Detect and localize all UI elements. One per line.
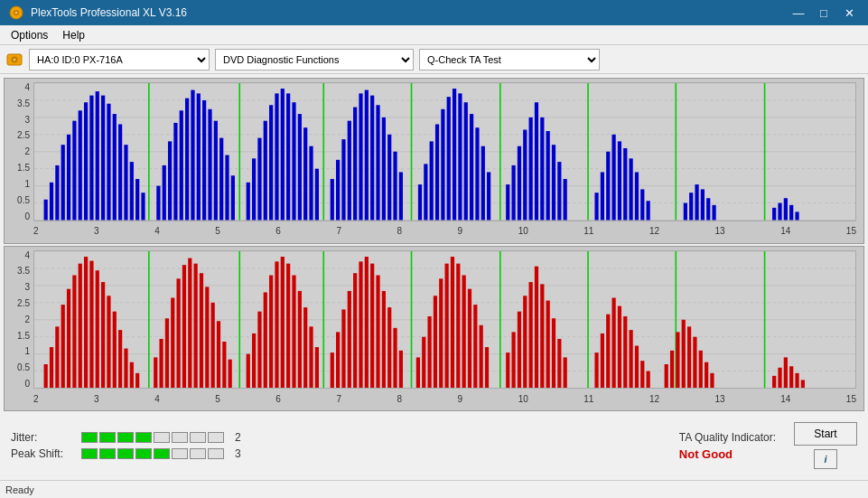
peak-shift-meter	[81, 448, 224, 459]
svg-rect-155	[113, 311, 117, 388]
close-button[interactable]: ✕	[837, 4, 861, 22]
svg-rect-240	[699, 350, 703, 388]
jitter-label: Jitter:	[11, 431, 74, 444]
svg-rect-47	[191, 90, 194, 221]
svg-rect-88	[458, 93, 462, 220]
svg-rect-189	[341, 309, 345, 388]
svg-rect-38	[130, 162, 134, 220]
app-icon	[7, 4, 25, 22]
peak-seg-1	[81, 448, 98, 459]
svg-rect-195	[376, 275, 379, 388]
svg-rect-150	[84, 257, 88, 388]
svg-rect-148	[72, 275, 76, 388]
peak-seg-7	[190, 448, 206, 459]
svg-rect-37	[124, 145, 127, 220]
function-dropdown[interactable]: DVD Diagnostic Functions	[215, 49, 414, 70]
svg-rect-232	[640, 361, 644, 388]
svg-rect-33	[101, 96, 105, 221]
svg-rect-185	[309, 326, 313, 388]
svg-rect-208	[462, 275, 466, 388]
svg-rect-158	[130, 362, 134, 388]
peak-shift-value: 3	[235, 447, 241, 460]
svg-rect-209	[468, 288, 471, 388]
svg-rect-146	[61, 305, 65, 388]
minimize-button[interactable]: —	[787, 4, 810, 22]
svg-rect-36	[118, 124, 122, 220]
svg-rect-177	[264, 292, 267, 388]
svg-rect-211	[480, 324, 483, 388]
svg-rect-226	[606, 314, 610, 388]
svg-rect-236	[676, 332, 679, 388]
svg-rect-77	[382, 117, 386, 221]
svg-rect-86	[447, 97, 451, 220]
svg-rect-152	[96, 270, 99, 388]
svg-rect-149	[79, 263, 82, 388]
svg-rect-125	[795, 211, 798, 220]
svg-rect-241	[705, 362, 708, 388]
svg-rect-207	[456, 263, 460, 388]
svg-rect-222	[557, 338, 561, 388]
start-button[interactable]: Start	[794, 422, 857, 446]
menu-help[interactable]: Help	[55, 27, 92, 43]
svg-rect-124	[789, 205, 793, 221]
jitter-seg-8	[208, 432, 224, 443]
svg-rect-71	[348, 121, 351, 221]
svg-rect-154	[107, 296, 110, 388]
svg-rect-167	[194, 263, 198, 388]
svg-rect-218	[535, 266, 538, 388]
svg-rect-210	[473, 305, 477, 388]
bottom-chart-y-axis: 4 3.5 3 2.5 2 1.5 1 0.5 0	[6, 250, 32, 390]
menu-options[interactable]: Options	[4, 27, 55, 43]
svg-rect-72	[353, 108, 357, 221]
svg-rect-42	[163, 165, 166, 221]
svg-rect-228	[618, 305, 621, 388]
svg-rect-175	[252, 333, 256, 388]
svg-rect-74	[365, 90, 369, 221]
top-chart	[33, 82, 856, 221]
svg-rect-52	[219, 138, 223, 221]
svg-rect-176	[257, 311, 261, 388]
ta-quality-label: TA Quality Indicator:	[679, 431, 776, 444]
svg-rect-53	[225, 155, 229, 221]
svg-rect-31	[89, 96, 93, 221]
svg-rect-145	[55, 326, 59, 388]
status-text: Ready	[5, 484, 34, 495]
svg-rect-35	[113, 114, 117, 220]
svg-rect-186	[315, 347, 319, 388]
svg-rect-237	[682, 319, 686, 388]
svg-rect-79	[393, 152, 397, 221]
svg-rect-82	[424, 164, 427, 220]
svg-rect-76	[376, 105, 379, 220]
svg-rect-118	[701, 189, 705, 220]
maximize-button[interactable]: □	[812, 4, 835, 22]
svg-rect-111	[629, 158, 632, 220]
svg-rect-193	[365, 257, 369, 388]
svg-rect-234	[665, 363, 668, 388]
jitter-seg-1	[81, 432, 98, 443]
status-bar: Ready	[0, 480, 868, 498]
jitter-meter	[81, 432, 224, 443]
svg-rect-144	[50, 347, 53, 388]
jitter-seg-6	[172, 432, 188, 443]
peak-seg-5	[154, 448, 170, 459]
svg-rect-162	[165, 318, 169, 388]
svg-rect-196	[382, 290, 386, 388]
svg-rect-121	[772, 208, 776, 221]
svg-rect-242	[710, 372, 714, 388]
svg-rect-181	[286, 263, 290, 388]
svg-rect-172	[222, 341, 226, 388]
drive-dropdown[interactable]: HA:0 ID:0 PX-716A	[29, 49, 210, 70]
svg-rect-46	[185, 99, 189, 221]
info-button[interactable]: i	[814, 449, 837, 469]
svg-rect-225	[601, 333, 604, 388]
svg-rect-97	[523, 130, 527, 221]
svg-rect-78	[387, 135, 391, 221]
svg-rect-43	[168, 141, 172, 220]
test-dropdown[interactable]: Q-Check TA Test	[419, 49, 600, 70]
svg-rect-69	[336, 160, 340, 221]
svg-rect-41	[156, 186, 160, 221]
svg-rect-171	[217, 321, 220, 388]
svg-rect-108	[611, 135, 615, 221]
peak-seg-3	[117, 448, 134, 459]
svg-rect-87	[453, 89, 456, 220]
